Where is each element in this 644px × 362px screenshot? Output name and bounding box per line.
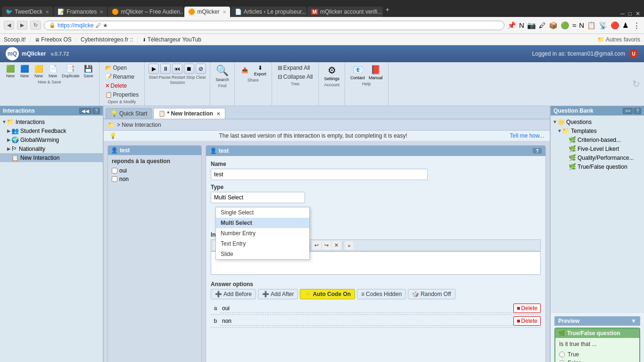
new-button-3[interactable]: 🟨 New xyxy=(32,64,45,79)
rte-clear-format[interactable]: ✕ xyxy=(332,241,341,250)
tree-item-globalwarming[interactable]: ▶ 🌍 GlobalWarming xyxy=(0,135,103,144)
answer-input-b[interactable] xyxy=(220,317,513,326)
contact-button[interactable]: 📧 Contact xyxy=(349,64,366,81)
share-icon-btn[interactable]: 📤 xyxy=(239,66,252,75)
extension-icon[interactable]: ≈ xyxy=(572,21,576,29)
tab-mqlicker1[interactable]: 🟠 mQlicker – Free Audien... ✕ xyxy=(108,7,183,17)
search-button[interactable]: 🔍 Search xyxy=(214,64,231,83)
tab-quick-start[interactable]: 💡 Quick Start xyxy=(106,108,152,119)
extension-icon[interactable]: N xyxy=(579,21,584,29)
expand-all-button[interactable]: ⊞ Expand All xyxy=(276,64,315,72)
help-panel-button[interactable]: ? xyxy=(92,108,100,114)
tree-item-interactions[interactable]: ▼ 📁 Interactions xyxy=(0,117,103,126)
tree-item-true-false[interactable]: 🌿 True/False question xyxy=(551,162,644,171)
tab-articles[interactable]: 📄 Articles ‹ Le propulseur... ✕ xyxy=(231,7,306,17)
restart-button[interactable]: ⏮ xyxy=(172,64,182,74)
tab-close[interactable]: ✕ xyxy=(99,9,103,15)
new-button-1[interactable]: 🟩 New xyxy=(4,64,17,79)
url-bar[interactable]: 🔒 https://mqlicke 🖊 ★ xyxy=(44,21,504,30)
close-window-button[interactable]: ✕ xyxy=(636,10,640,17)
tab-new-interaction-close[interactable]: ✕ xyxy=(216,111,220,116)
chrome-menu-button[interactable]: ⋮ xyxy=(633,21,640,30)
extension-icon[interactable]: 📌 xyxy=(507,21,516,30)
rte-more[interactable]: » xyxy=(345,241,353,250)
codes-hidden-button[interactable]: ≡ Codes Hidden xyxy=(357,289,406,299)
extension-icon[interactable]: 📋 xyxy=(587,21,596,30)
tab-close[interactable]: ✕ xyxy=(223,9,226,15)
properties-button[interactable]: 📋 Properties xyxy=(103,90,141,99)
dropdown-text-entry[interactable]: Text Entry xyxy=(216,239,309,249)
tree-item-criterion-based[interactable]: 🌿 Criterion-based... xyxy=(551,135,644,144)
bookmark-scoopit[interactable]: Scoop.it! xyxy=(4,36,26,43)
dropdown-slide[interactable]: Slide xyxy=(216,249,309,259)
rte-undo[interactable]: ↩ xyxy=(312,241,321,250)
open-button[interactable]: 📂 Open xyxy=(103,64,141,72)
tab-mqlicker3[interactable]: M mQlicker account verifi... ✕ xyxy=(307,7,383,17)
refresh-icon[interactable]: ↻ xyxy=(632,78,640,90)
tab-close[interactable]: ✕ xyxy=(45,9,49,15)
tell-me-how-link[interactable]: Tell me how... xyxy=(510,132,544,139)
save-button[interactable]: 💾 Save xyxy=(82,64,95,79)
delete-answer-a[interactable]: ■ Delete xyxy=(513,304,541,313)
minimize-button[interactable]: ─ xyxy=(620,10,625,17)
tree-item-questions[interactable]: ▼ 🌟 Questions xyxy=(551,117,644,126)
maximize-button[interactable]: □ xyxy=(628,10,632,17)
bookmark-star[interactable]: ★ xyxy=(103,22,108,29)
tree-item-new-interaction[interactable]: 📋 New Interaction xyxy=(0,153,103,162)
dropdown-single-select[interactable]: Single Select xyxy=(216,207,309,218)
form-name-input[interactable] xyxy=(211,169,428,180)
rename-button[interactable]: 📝 Rename xyxy=(103,73,141,81)
tree-item-templates[interactable]: ▼ 📁 Templates xyxy=(551,126,644,135)
autres-favoris[interactable]: 📁 Autres favoris xyxy=(597,36,640,43)
manual-button[interactable]: 📕 Manual xyxy=(367,64,384,81)
auto-code-button[interactable]: ⚡ Auto Code On xyxy=(300,289,355,299)
new-button-2[interactable]: 🟦 New xyxy=(18,64,31,79)
refresh-button[interactable]: ↻ xyxy=(30,21,41,30)
tab-tweetdeck[interactable]: 🐦 TweetDeck ✕ xyxy=(2,7,53,17)
extension-icon[interactable]: 🖊 xyxy=(539,21,546,29)
forward-button[interactable]: ▶ xyxy=(17,21,27,30)
tab-framanotes[interactable]: 📝 Framanotes ✕ xyxy=(54,7,107,17)
extension-icon[interactable]: 🟢 xyxy=(561,21,570,30)
form-type-select[interactable]: Single Select Multi Select Number Entry … xyxy=(211,192,305,203)
answer-input-a[interactable] xyxy=(220,304,513,313)
extension-icon[interactable]: N xyxy=(519,21,524,29)
expand-qb-button[interactable]: >> xyxy=(623,108,633,114)
bookmark-freebox[interactable]: 🖥 Freebox OS xyxy=(35,36,72,43)
start-button[interactable]: ▶ xyxy=(149,64,159,74)
settings-button[interactable]: ⚙ Settings xyxy=(322,64,341,82)
extension-icon[interactable]: 🔴 xyxy=(611,21,619,30)
extension-icon[interactable]: 📦 xyxy=(549,21,558,30)
dropdown-number-entry[interactable]: Number Entry xyxy=(216,228,309,239)
export-button[interactable]: ⬇ Export xyxy=(253,64,268,77)
stop-button[interactable]: ⏹ xyxy=(184,64,194,74)
extension-icon[interactable]: 📡 xyxy=(599,21,608,30)
preview-panel-collapse[interactable]: ▼ xyxy=(631,318,636,324)
extension-icon[interactable]: 📷 xyxy=(527,21,536,30)
delete-answer-b[interactable]: ■ Delete xyxy=(513,316,541,326)
clear-button[interactable]: ⊘ xyxy=(196,64,206,74)
tab-new-interaction[interactable]: 📋 * New Interaction ✕ xyxy=(153,108,225,119)
dropdown-multi-select[interactable]: Multi Select xyxy=(216,218,309,228)
new-button-4[interactable]: 📄 New xyxy=(46,64,59,79)
add-after-button[interactable]: ➕ Add After xyxy=(258,289,298,299)
add-before-button[interactable]: ➕ Add Before xyxy=(211,289,256,299)
collapse-panel-button[interactable]: ◀◀ xyxy=(79,108,91,114)
back-button[interactable]: ◀ xyxy=(4,21,14,30)
tree-item-five-level-likert[interactable]: 🌿 Five-Level Likert xyxy=(551,144,644,153)
bookmark-cyberhistoire[interactable]: Cyberhistoiregeo.fr :: xyxy=(81,36,133,43)
tree-item-quality-performance[interactable]: 🌿 Quality/Performance... xyxy=(551,153,644,162)
pause-button[interactable]: ⏸ xyxy=(160,64,171,74)
duplicate-button[interactable]: 📑 Duplicate xyxy=(60,64,81,79)
rte-redo[interactable]: ↪ xyxy=(322,241,331,250)
form-help-button[interactable]: ? xyxy=(533,148,542,154)
delete-button[interactable]: ✕ Delete xyxy=(103,82,141,90)
help-qb-button[interactable]: ? xyxy=(634,108,641,114)
tab-mqlicker2[interactable]: 🟠 mQlicker ✕ xyxy=(184,7,230,17)
collapse-all-button[interactable]: ⊟ Collapse All xyxy=(276,73,315,81)
new-tab-button[interactable]: + xyxy=(386,6,389,13)
ublockorigin-icon[interactable]: U xyxy=(629,49,638,58)
random-off-button[interactable]: 🎲 Random Off xyxy=(408,289,455,299)
bookmark-telechargeur[interactable]: ⬇ Téléchargeur YouTub xyxy=(142,36,201,43)
tree-item-student-feedback[interactable]: ▶ 👥 Student Feedback xyxy=(0,126,103,135)
